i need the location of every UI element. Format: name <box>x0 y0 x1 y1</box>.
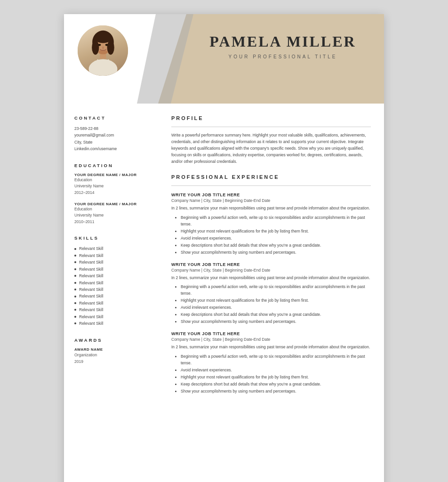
skills-list: Relevant SkillRelevant SkillRelevant Ski… <box>74 245 149 327</box>
edu-entry-2: YOUR DEGREE NAME / MAJOR Education Unive… <box>74 202 149 225</box>
edu-years-2: 2010–2011 <box>74 219 149 225</box>
job-bullets-1: Beginning with a powerful action verb, w… <box>179 214 371 256</box>
bullet-item: Avoid irrelevant experiences. <box>181 235 371 241</box>
bullet-item: Keep descriptions short but add details … <box>181 381 371 387</box>
bullet-item: Beginning with a powerful action verb, w… <box>181 353 371 366</box>
candidate-title: YOUR PROFESSIONAL TITLE <box>196 54 370 59</box>
job-meta-2: Company Name | City, State | Beginning D… <box>171 268 371 273</box>
job-title-2: WRITE YOUR JOB TITLE HERE <box>171 262 371 267</box>
profile-text: Write a powerful performance summary her… <box>171 132 371 165</box>
candidate-name: PAMELA MILLER <box>196 33 370 50</box>
body-layout: CONTACT 23-589-22-88 youremail@gmail.com… <box>64 104 384 482</box>
bullet-item: Show your accomplishments by using numbe… <box>181 249 371 256</box>
bullet-item: Keep descriptions short but add details … <box>181 311 371 318</box>
profile-photo <box>76 24 130 78</box>
bullet-item: Highlight your most relevant qualificati… <box>181 297 371 304</box>
awards-section: AWARDS AWARD NAME Organization 2019 <box>74 337 149 365</box>
job-entry-1: WRITE YOUR JOB TITLE HERECompany Name | … <box>171 193 371 256</box>
skill-label: Relevant Skill <box>79 320 104 327</box>
sidebar: CONTACT 23-589-22-88 youremail@gmail.com… <box>64 104 158 482</box>
skills-section: SKILLS Relevant SkillRelevant SkillRelev… <box>74 235 149 327</box>
bullet-item: Show your accomplishments by using numbe… <box>181 388 371 394</box>
email: youremail@gmail.com <box>74 132 149 138</box>
location: City, State <box>74 139 149 145</box>
awards-title: AWARDS <box>74 337 149 343</box>
experience-title: PROFESSIONAL EXPERIENCE <box>171 174 371 182</box>
skill-label: Relevant Skill <box>79 266 104 273</box>
job-desc-2: In 2 lines, summarize your main responsi… <box>171 275 371 281</box>
skills-title: SKILLS <box>74 235 149 241</box>
svg-point-9 <box>105 44 108 46</box>
skill-item: Relevant Skill <box>74 259 149 265</box>
education-title: EDUCATION <box>74 163 149 168</box>
svg-point-8 <box>98 44 101 46</box>
skill-label: Relevant Skill <box>79 273 104 279</box>
experience-section: PROFESSIONAL EXPERIENCE WRITE YOUR JOB T… <box>171 174 371 394</box>
skill-item: Relevant Skill <box>74 280 149 286</box>
skill-item: Relevant Skill <box>74 273 149 279</box>
bullet-item: Keep descriptions short but add details … <box>181 242 371 249</box>
job-entry-3: WRITE YOUR JOB TITLE HERECompany Name | … <box>171 331 371 394</box>
edu-years-1: 2012–2014 <box>74 190 149 196</box>
edu-entry-1: YOUR DEGREE NAME / MAJOR Education Unive… <box>74 173 149 196</box>
job-desc-1: In 2 lines, summarize your main responsi… <box>171 205 371 212</box>
bullet-item: Beginning with a powerful action verb, w… <box>181 214 371 227</box>
skill-bullet <box>74 302 76 304</box>
skill-bullet <box>74 282 76 284</box>
skill-item: Relevant Skill <box>74 300 149 306</box>
skill-item: Relevant Skill <box>74 306 149 313</box>
skill-label: Relevant Skill <box>79 306 104 313</box>
contact-title: CONTACT <box>74 115 149 120</box>
person-silhouette <box>82 29 124 76</box>
linkedin: Linkedin.com/username <box>74 145 149 152</box>
skill-bullet <box>74 268 76 270</box>
job-bullets-2: Beginning with a powerful action verb, w… <box>179 283 371 325</box>
svg-point-3 <box>107 40 114 55</box>
svg-point-6 <box>95 34 111 43</box>
bullet-item: Highlight your most relevant qualificati… <box>181 374 371 380</box>
svg-point-2 <box>92 40 99 55</box>
university-1: University Name <box>74 183 149 190</box>
award-entry-1: AWARD NAME Organization 2019 <box>74 347 149 365</box>
jobs-list: WRITE YOUR JOB TITLE HERECompany Name | … <box>171 193 371 394</box>
skill-item: Relevant Skill <box>74 266 149 273</box>
experience-divider <box>171 185 371 186</box>
bullet-item: Highlight your most relevant qualificati… <box>181 228 371 234</box>
skill-item: Relevant Skill <box>74 245 149 252</box>
contact-section: CONTACT 23-589-22-88 youremail@gmail.com… <box>74 115 149 153</box>
main-content: PROFILE Write a powerful performance sum… <box>158 104 384 482</box>
edu-type-1: Education <box>74 177 149 184</box>
bullet-item: Avoid irrelevant experiences. <box>181 367 371 373</box>
header-section: PAMELA MILLER YOUR PROFESSIONAL TITLE <box>64 14 384 104</box>
contact-info: 23-589-22-88 youremail@gmail.com City, S… <box>74 125 149 153</box>
profile-title: PROFILE <box>171 115 371 123</box>
profile-divider <box>171 127 371 127</box>
skill-bullet <box>74 255 76 257</box>
job-desc-3: In 2 lines, summarize your main responsi… <box>171 344 371 351</box>
skill-label: Relevant Skill <box>79 252 104 259</box>
skill-bullet <box>74 289 76 290</box>
edu-type-2: Education <box>74 206 149 213</box>
degree-1: YOUR DEGREE NAME / MAJOR <box>74 173 149 177</box>
skill-bullet <box>74 296 76 297</box>
job-title-3: WRITE YOUR JOB TITLE HERE <box>171 331 371 336</box>
skill-bullet <box>74 316 76 318</box>
skill-label: Relevant Skill <box>79 293 104 299</box>
bullet-item: Beginning with a powerful action verb, w… <box>181 283 371 297</box>
skill-item: Relevant Skill <box>74 313 149 320</box>
skill-bullet <box>74 322 76 324</box>
skill-label: Relevant Skill <box>79 280 104 286</box>
skill-label: Relevant Skill <box>79 245 104 252</box>
university-2: University Name <box>74 212 149 219</box>
skill-item: Relevant Skill <box>74 252 149 259</box>
bullet-item: Show your accomplishments by using numbe… <box>181 318 371 325</box>
job-title-1: WRITE YOUR JOB TITLE HERE <box>171 193 371 197</box>
skill-label: Relevant Skill <box>79 259 104 265</box>
job-meta-1: Company Name | City, State | Beginning D… <box>171 198 371 203</box>
skill-bullet <box>74 275 76 277</box>
skill-item: Relevant Skill <box>74 286 149 293</box>
degree-2: YOUR DEGREE NAME / MAJOR <box>74 202 149 206</box>
header-text: PAMELA MILLER YOUR PROFESSIONAL TITLE <box>196 33 370 59</box>
skill-bullet <box>74 309 76 311</box>
skill-bullet <box>74 261 76 263</box>
